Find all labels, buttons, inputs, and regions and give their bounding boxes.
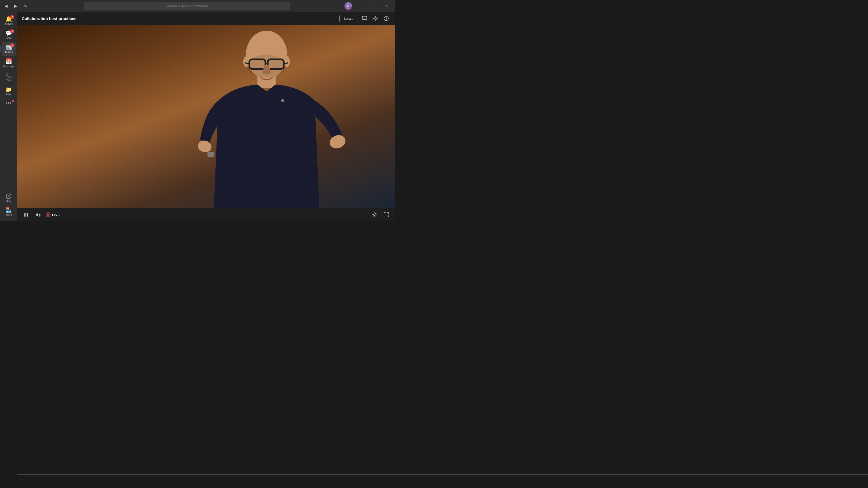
content-area: Collaboration best practices Leave [18,12,395,221]
sidebar-label-store: Store [5,214,12,216]
info-icon [384,16,389,21]
meeting-header: Collaboration best practices Leave [18,12,395,25]
sidebar: 🔔 Activity 2 💬 Chat 1 🏢 Teams 1 📅 Meetin… [0,12,18,221]
compose-button[interactable]: ✎ [22,2,29,10]
live-dot-icon [47,214,49,216]
settings-button[interactable] [371,14,380,23]
avatar-status-dot [350,7,352,10]
sidebar-label-chat: Chat [6,37,11,40]
sidebar-item-more[interactable]: ••• [2,99,16,108]
main-layout: 🔔 Activity 2 💬 Chat 1 🏢 Teams 1 📅 Meetin… [0,12,395,221]
svg-point-18 [247,55,286,78]
svg-point-17 [281,99,284,102]
more-badge-dot [12,100,14,102]
title-bar-right: S ─ □ ✕ [344,2,393,10]
meetings-icon: 📅 [5,59,12,64]
sidebar-item-chat[interactable]: 💬 Chat 1 [2,28,16,42]
sidebar-label-calls: Calls [6,79,12,82]
fullscreen-button[interactable] [382,210,391,219]
more-icon: ••• [6,101,11,105]
back-button[interactable]: ◀ [2,2,10,10]
svg-rect-19 [24,213,26,217]
title-bar-left: ◀ ▶ ✎ [2,2,29,10]
sidebar-item-activity[interactable]: 🔔 Activity 2 [2,14,16,28]
sidebar-item-meetings[interactable]: 📅 Meetings [2,56,16,70]
playback-settings-button[interactable] [370,210,379,219]
meeting-controls: Leave [339,14,391,23]
playback-settings-icon [372,212,377,217]
sidebar-label-help: Help [6,200,12,203]
pause-icon [24,212,29,217]
chat-badge: 1 [10,29,14,33]
files-icon: 📁 [5,87,12,92]
svg-point-21 [373,214,375,216]
svg-point-4 [386,18,386,18]
sidebar-label-files: Files [6,93,11,96]
bottom-bar: LIVE [18,208,395,221]
activity-badge: 2 [10,15,14,19]
sidebar-label-teams: Teams [5,51,12,54]
help-icon: ? [6,194,11,199]
pause-button[interactable] [22,210,30,219]
live-label: LIVE [52,213,60,217]
svg-point-1 [375,18,376,19]
live-indicator: LIVE [45,212,60,217]
video-container [18,25,395,208]
maximize-button[interactable]: □ [367,2,379,10]
bottom-left-controls: LIVE [22,210,60,219]
sidebar-label-activity: Activity [4,23,13,26]
calls-icon: 📞 [5,73,12,78]
svg-rect-0 [362,16,367,20]
live-ring-icon [45,212,51,217]
fullscreen-icon [384,212,389,217]
settings-icon [373,16,378,21]
teams-badge: 1 [10,43,14,47]
forward-button[interactable]: ▶ [12,2,20,10]
conversation-icon [362,16,367,21]
close-button[interactable]: ✕ [380,2,393,10]
user-avatar[interactable]: S [344,2,352,10]
sidebar-item-teams[interactable]: 🏢 Teams 1 [2,42,16,56]
volume-icon [35,212,40,217]
leave-button[interactable]: Leave [339,15,358,22]
sidebar-label-meetings: Meetings [3,65,14,68]
sidebar-item-calls[interactable]: 📞 Calls [2,70,16,84]
speaker-silhouette [116,25,395,208]
show-conversation-button[interactable] [360,14,369,23]
meeting-title: Collaboration best practices [22,16,76,21]
minimize-button[interactable]: ─ [353,2,366,10]
sidebar-item-files[interactable]: 📁 Files [2,85,16,98]
sidebar-bottom: ? Help 🏪 Store [2,191,16,219]
sidebar-item-help[interactable]: ? Help [2,191,16,205]
volume-button[interactable] [34,210,42,219]
info-button[interactable] [382,14,391,23]
svg-point-7 [328,133,347,151]
svg-rect-16 [208,152,214,157]
search-input[interactable] [84,2,290,10]
sidebar-item-store[interactable]: 🏪 Store [2,205,16,219]
svg-point-8 [197,139,213,154]
bottom-right-controls [370,210,391,219]
store-icon: 🏪 [6,208,12,213]
svg-rect-20 [27,213,28,217]
title-bar: ◀ ▶ ✎ S ─ □ ✕ [0,0,395,12]
